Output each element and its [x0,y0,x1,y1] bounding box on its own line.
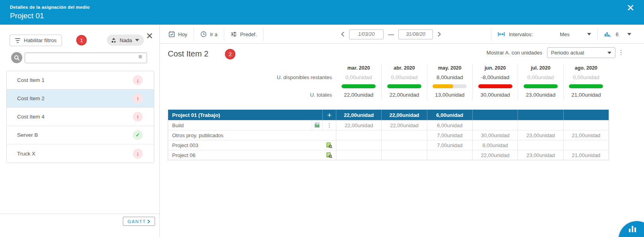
resource-list: Cost Item 1 ↓ Cost Item 2 ↑ Cost Item 4 … [6,71,154,163]
gantt-button[interactable]: GANTT [123,217,155,226]
sliders-icon [231,31,237,37]
calendar-icon [169,31,175,37]
date-from-input[interactable] [349,29,384,39]
goto-label: Ir a [210,31,217,37]
allocation-table: Project 01 (Trabajo) + 22,00unidad 22,00… [168,109,609,160]
page-title: Project 01 [10,12,44,20]
dialog-header: Detalles de la asignación del medio Proj… [0,0,644,25]
table-header-row[interactable]: Project 01 (Trabajo) + 22,00unidad 22,00… [168,110,609,120]
list-item-cost-item-2[interactable]: Cost Item 2 ↑ [7,89,154,108]
capacity-bar [341,84,376,88]
gantt-label: GANTT [128,219,146,224]
dialog-subtitle: Detalles de la asignación del medio [10,5,90,10]
search-icon[interactable] [11,52,22,63]
resource-label: Cost Item 1 [17,77,45,83]
capacity-bar [524,84,558,88]
remaining-value: 0,00unidad [336,72,381,83]
show-units-dropdown[interactable]: Periodo actual [547,47,615,58]
capacity-bar [387,84,421,88]
resource-allocation-dialog: Detalles de la asignación del medio Proj… [0,0,644,237]
search-input[interactable] [25,52,147,63]
table-row-build[interactable]: Build ⋮ 22,00unidad 22,00unidad 6,00unid… [168,120,609,130]
chart-bars-icon: # [604,31,611,37]
month-column-jul-2020: jul. 2020 0,00unidad 23,00unidad [518,64,563,100]
presets-label: Predef. [240,31,257,37]
remaining-value: 8,00unidad [427,72,472,83]
check-icon: ✓ [133,130,143,140]
arrow-up-icon: ↑ [133,93,143,103]
total-value: 21,00unidad [564,90,609,100]
clock-icon [200,31,207,37]
group-by-icon [112,38,116,43]
remaining-value: 0,00unidad [382,72,427,83]
total-value: 23,00unidad [518,90,563,100]
sidebar-close-icon[interactable]: ✕ [146,32,153,41]
search-options-icon[interactable]: ≡ [138,53,142,60]
open-project-icon[interactable] [326,152,332,158]
capacity-header: U. disponibles restantes U. totales mar.… [168,64,609,100]
show-units-label: Mostrar A. con unidades [487,50,542,56]
row-label: Project 003 [172,142,198,148]
chevron-down-icon [587,33,591,35]
month-column-ago-2020: ago. 2020 0,00unidad 21,00unidad [563,64,609,100]
chevron-right-icon [147,220,150,223]
chevron-left-icon[interactable] [341,31,345,37]
list-item-cost-item-4[interactable]: Cost Item 4 ↑ [7,108,154,126]
today-button[interactable]: Hoy [162,28,194,40]
kebab-menu-icon[interactable]: ⋮ [618,49,624,56]
svg-text:#: # [609,35,611,37]
enable-filters-button[interactable]: Habilitar filtros [10,35,62,46]
filter-icon [15,38,20,43]
list-item-server-b[interactable]: Server B ✓ [7,126,154,144]
table-row-project-003[interactable]: Project 003 7,00unidad 8,00unidad [168,140,609,150]
group-by-dropdown[interactable]: Nada [107,35,144,46]
resource-label: Server B [17,132,38,138]
date-to-input[interactable] [398,29,433,39]
capacity-bar [433,84,467,88]
time-toolbar: Hoy Ir a Predef. — [160,25,644,44]
allocation-main: Hoy Ir a Predef. — [160,25,644,237]
row-kebab-menu-icon[interactable]: ⋮ [327,122,332,128]
remaining-value: 0,00unidad [564,72,609,83]
resource-title: Cost Item 2 [168,49,208,58]
arrow-down-icon: ↓ [133,75,143,85]
chevron-right-icon[interactable] [437,31,441,37]
fab-chart-icon [629,226,636,232]
date-separator: — [388,31,394,38]
step-badge-1: 1 [76,35,87,45]
add-row-icon[interactable]: + [327,111,332,119]
close-icon[interactable]: ✕ [627,3,634,13]
intervals-dropdown[interactable]: Intervalos: Mes [491,28,597,40]
resource-label: Cost Item 2 [17,95,45,101]
goto-button[interactable]: Ir a [194,28,224,40]
presets-button[interactable]: Predef. [224,28,263,40]
remaining-value: -8,00unidad [473,72,518,83]
project-header-name: Project 01 (Trabajo) [168,110,322,120]
total-units-label: U. totales [168,90,332,100]
total-value: 22,00unidad [336,90,381,100]
list-item-cost-item-1[interactable]: Cost Item 1 ↓ [7,71,154,89]
open-project-icon[interactable] [326,142,332,148]
show-units-value: Periodo actual [551,50,584,56]
arrow-down-icon: ↓ [133,149,143,159]
chart-count-dropdown[interactable]: # 6 [598,28,638,40]
enable-filters-label: Habilitar filtros [24,37,56,43]
sidebar-divider [0,214,159,214]
list-item-truck-x[interactable]: Truck X ↓ [7,144,154,163]
chevron-down-icon [627,33,631,35]
histogram-icon[interactable] [312,120,322,130]
remaining-value: 0,00unidad [518,72,563,83]
capacity-bar [478,84,512,88]
capacity-bar [569,84,603,88]
today-label: Hoy [178,31,187,37]
table-row-otros-proy[interactable]: Otros proy. publicados 7,00unidad 30,00u… [168,130,609,140]
chart-count-value: 6 [616,31,619,37]
month-column-mar-2020: mar. 2020 0,00unidad 22,00unidad [336,64,381,100]
date-range-control: — [341,25,441,44]
arrow-up-icon: ↑ [133,112,143,122]
row-label: Otros proy. publicados [172,132,223,138]
resource-label: Truck X [17,151,35,157]
table-row-project-06[interactable]: Project 06 22,00unidad 23,00unidad 21,00… [168,150,609,160]
month-column-abr-2020: abr. 2020 0,00unidad 22,00unidad [381,64,427,100]
step-badge-2: 2 [225,49,235,59]
